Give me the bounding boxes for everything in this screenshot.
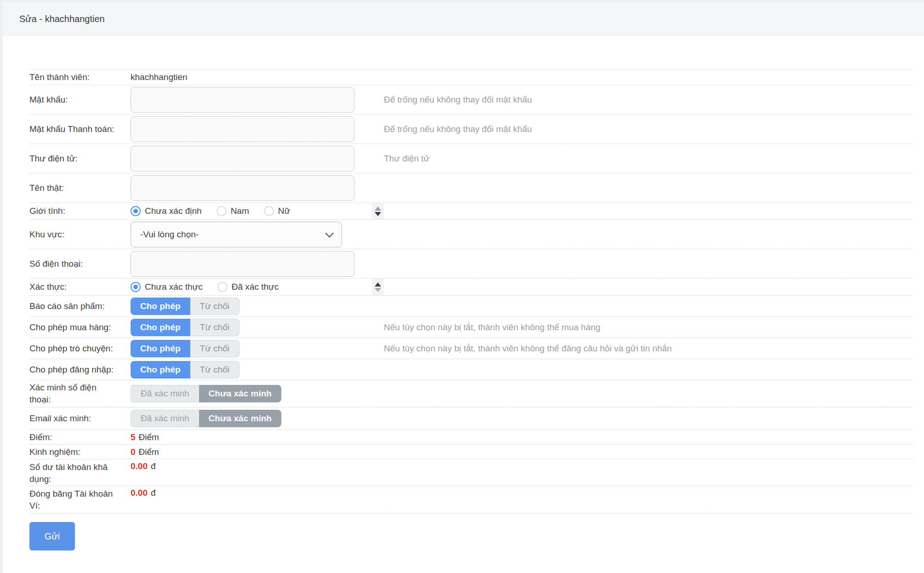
allow-button[interactable]: Cho phép	[131, 319, 190, 336]
verified-button[interactable]: Đã xác minh	[131, 410, 199, 427]
spin-up-icon[interactable]	[375, 282, 381, 286]
allow-chat-label: Cho phép trò chuyện:	[29, 343, 119, 355]
spin-up-icon[interactable]	[375, 206, 381, 211]
spin-down-icon[interactable]	[375, 212, 381, 216]
region-label: Khu vực:	[29, 229, 119, 241]
experience-value: 0	[131, 447, 136, 457]
available-balance-label: Số dư tài khoản khả dụng:	[29, 461, 119, 485]
form-row-gender: Giới tính: Chưa xác định Nam Nữ	[29, 203, 913, 220]
allow-button[interactable]: Cho phép	[131, 340, 190, 357]
submit-button[interactable]: Gửi	[29, 522, 75, 550]
form-row-password: Mật khẩu: Để trống nếu không thay đổi mậ…	[29, 85, 913, 115]
email-verify-toggle: Đã xác minh Chưa xác minh	[131, 410, 281, 427]
real-name-label: Tên thật:	[29, 182, 119, 194]
allow-button[interactable]: Cho phép	[131, 298, 190, 315]
username-value: khachhangtien	[131, 72, 188, 82]
edit-member-panel: Sửa - khachhangtien Tên thành viên: khac…	[3, 3, 924, 573]
region-select-value: -Vui lòng chọn-	[140, 229, 199, 240]
authenticated-label: Xác thực:	[29, 281, 119, 293]
radio-selected-icon	[131, 282, 141, 292]
radio-selected-icon	[131, 206, 141, 216]
form-row-report-product: Báo cáo sản phẩm: Cho phép Từ chối	[29, 296, 913, 317]
points-unit: Điểm	[139, 432, 159, 442]
phone-verify-label: Xác minh số điện thoại:	[29, 382, 119, 406]
page-header: Sửa - khachhangtien	[3, 3, 924, 36]
authenticated-spinner[interactable]	[372, 279, 384, 295]
unverified-button[interactable]: Chưa xác minh	[199, 410, 281, 427]
deny-button[interactable]: Từ chối	[190, 319, 240, 336]
allow-purchase-hint: Nếu tùy chọn này bị tắt, thành viên khôn…	[384, 322, 913, 332]
gender-option-male[interactable]: Nam	[217, 206, 249, 216]
gender-option-female[interactable]: Nữ	[264, 206, 290, 216]
form-row-points: Điểm: 5 Điểm	[29, 430, 913, 445]
page-title: Sửa - khachhangtien	[19, 14, 105, 24]
available-balance-value: 0.00	[131, 461, 148, 471]
form-row-experience: Kinh nghiệm: 0 Điểm	[29, 445, 913, 459]
report-product-toggle: Cho phép Từ chối	[131, 298, 240, 315]
report-product-label: Báo cáo sản phẩm:	[29, 300, 119, 312]
phone-verify-toggle: Đã xác minh Chưa xác minh	[131, 385, 281, 402]
chevron-down-icon	[325, 229, 333, 237]
username-label: Tên thành viên:	[29, 71, 119, 83]
form-row-available-balance: Số dư tài khoản khả dụng: 0.00 đ	[29, 459, 913, 486]
phone-label: Số điện thoại:	[29, 258, 119, 270]
form-row-phone-verify: Xác minh số điện thoại: Đã xác minh Chưa…	[29, 380, 913, 407]
password-input[interactable]	[131, 87, 354, 113]
form-row-username: Tên thành viên: khachhangtien	[29, 69, 913, 85]
email-input[interactable]	[131, 146, 354, 172]
frozen-wallet-label: Đóng băng Tài khoản Ví:	[29, 488, 119, 512]
allow-purchase-toggle: Cho phép Từ chối	[131, 319, 240, 336]
authenticated-option-no[interactable]: Chưa xác thực	[131, 282, 203, 292]
password-label: Mật khẩu:	[29, 94, 119, 106]
form-row-phone: Số điện thoại:	[29, 249, 913, 279]
form-row-region: Khu vực: -Vui lòng chọn-	[29, 220, 913, 249]
experience-unit: Điểm	[139, 447, 159, 457]
form-row-frozen-wallet: Đóng băng Tài khoản Ví: 0.00 đ	[29, 486, 913, 514]
gender-spinner[interactable]	[372, 203, 384, 219]
radio-icon	[217, 206, 227, 216]
deny-button[interactable]: Từ chối	[190, 340, 240, 357]
radio-icon	[264, 206, 274, 216]
form-row-email-verify: Email xác minh: Đã xác minh Chưa xác min…	[29, 407, 913, 430]
allow-chat-toggle: Cho phép Từ chối	[131, 340, 240, 357]
form-row-real-name: Tên thật:	[29, 173, 913, 203]
form-row-allow-login: Cho phép đăng nhập: Cho phép Từ chối	[29, 359, 913, 380]
email-hint: Thư điện tử	[384, 154, 913, 164]
radio-icon	[217, 282, 228, 292]
experience-label: Kinh nghiệm:	[29, 446, 119, 458]
frozen-wallet-value: 0.00	[131, 488, 148, 498]
region-select[interactable]: -Vui lòng chọn-	[131, 222, 342, 247]
allow-button[interactable]: Cho phép	[131, 361, 190, 378]
unverified-button[interactable]: Chưa xác minh	[199, 385, 281, 402]
gender-option-unknown[interactable]: Chưa xác định	[131, 206, 202, 216]
form-row-allow-purchase: Cho phép mua hàng: Cho phép Từ chối Nếu …	[29, 317, 913, 338]
email-verify-label: Email xác minh:	[29, 413, 119, 424]
deny-button[interactable]: Từ chối	[190, 361, 240, 378]
gender-label: Giới tính:	[29, 205, 119, 217]
allow-login-toggle: Cho phép Từ chối	[131, 361, 240, 378]
points-label: Điểm:	[29, 431, 119, 443]
edit-member-form: Tên thành viên: khachhangtien Mật khẩu: …	[3, 36, 924, 514]
payment-password-input[interactable]	[131, 116, 354, 142]
allow-login-label: Cho phép đăng nhập:	[29, 364, 119, 376]
spin-down-icon[interactable]	[375, 288, 381, 292]
form-row-email: Thư điện tử: Thư điện tử	[29, 144, 913, 173]
verified-button[interactable]: Đã xác minh	[131, 385, 199, 402]
form-row-payment-password: Mật khẩu Thanh toán: Để trống nếu không …	[29, 115, 913, 144]
points-value: 5	[131, 432, 136, 442]
frozen-wallet-unit: đ	[151, 488, 156, 498]
authenticated-option-yes[interactable]: Đã xác thực	[217, 282, 279, 292]
payment-password-label: Mật khẩu Thanh toán:	[29, 123, 119, 135]
allow-purchase-label: Cho phép mua hàng:	[29, 321, 119, 333]
form-row-authenticated: Xác thực: Chưa xác thực Đã xác thực	[29, 279, 913, 296]
email-label: Thư điện tử:	[29, 153, 119, 165]
available-balance-unit: đ	[151, 461, 156, 471]
password-hint: Để trống nếu không thay đổi mật khẩu	[384, 95, 913, 105]
allow-chat-hint: Nếu tùy chọn này bị tắt, thành viên khôn…	[384, 344, 913, 354]
form-row-allow-chat: Cho phép trò chuyện: Cho phép Từ chối Nế…	[29, 338, 913, 359]
deny-button[interactable]: Từ chối	[190, 298, 240, 315]
phone-input[interactable]	[131, 251, 354, 277]
payment-password-hint: Để trống nếu không thay đổi mật khẩu	[384, 124, 913, 134]
real-name-input[interactable]	[131, 175, 354, 201]
